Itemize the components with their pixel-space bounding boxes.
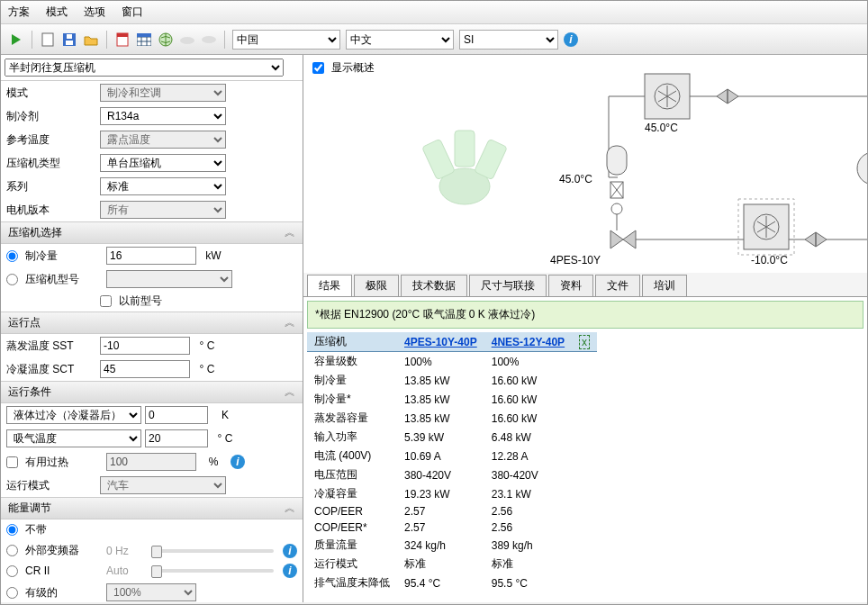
left-panel: 半封闭往复压缩机 模式制冷和空调 制冷剂R134a 参考温度露点温度 压缩机类型… xyxy=(1,55,303,602)
sct-label: 冷凝温度 SCT xyxy=(6,362,96,377)
subcool-input[interactable] xyxy=(145,406,208,424)
useful-input xyxy=(106,453,196,471)
diag-model: 4PES-10Y xyxy=(550,254,601,266)
pdf-icon[interactable] xyxy=(114,32,131,48)
svg-marker-0 xyxy=(12,34,21,45)
tab-limits[interactable]: 极限 xyxy=(354,275,399,296)
pre-temp: 45.0°C xyxy=(559,173,592,185)
step-radio[interactable] xyxy=(6,587,18,599)
menu-window[interactable]: 窗口 xyxy=(122,5,143,20)
sgt-input[interactable] xyxy=(145,429,208,447)
tab-results[interactable]: 结果 xyxy=(307,275,352,296)
cap-label: 制冷量 xyxy=(25,248,103,264)
subcool-unit: K xyxy=(212,409,239,421)
cell: 10.69 A xyxy=(397,447,484,465)
cell: 5.39 kW xyxy=(397,428,484,447)
model-radio[interactable] xyxy=(6,274,18,285)
mode-select[interactable]: 制冷和空调 xyxy=(100,84,226,102)
runmode-select[interactable]: 汽车 xyxy=(100,476,226,494)
svg-rect-18 xyxy=(475,139,508,180)
lang-select[interactable]: 中文 xyxy=(346,30,454,50)
row-label: 电压范围 xyxy=(307,465,397,484)
row-label: COP/EER xyxy=(307,503,397,519)
cell: 95.5 °C xyxy=(484,573,572,592)
cond-temp: 45.0°C xyxy=(645,122,678,134)
result-tabs: 结果 极限 技术数据 尺寸与联接 资料 文件 培训 xyxy=(303,273,867,297)
step-select[interactable]: 100% xyxy=(106,583,196,601)
link-model2[interactable]: 4NES-12Y-40P xyxy=(492,336,565,348)
info-icon[interactable]: i xyxy=(231,455,245,469)
subcool-select[interactable]: 液体过冷（冷凝器后） xyxy=(6,406,141,424)
units-select[interactable]: SI xyxy=(459,30,558,50)
ext-radio[interactable] xyxy=(6,545,18,556)
cap-input[interactable] xyxy=(106,247,196,265)
ext-slider[interactable] xyxy=(151,549,274,553)
country-select[interactable]: 中国 xyxy=(232,30,340,50)
motor-select[interactable]: 所有 xyxy=(100,201,226,219)
sst-label: 蒸发温度 SST xyxy=(6,339,96,354)
tab-tech[interactable]: 技术数据 xyxy=(401,275,467,296)
model-label: 压缩机型号 xyxy=(25,272,103,287)
runmode-label: 运行模式 xyxy=(6,478,96,493)
model-select[interactable] xyxy=(106,270,232,288)
refr-select[interactable]: R134a xyxy=(100,107,226,125)
sec-oper-cond[interactable]: 运行条件︽ xyxy=(1,381,303,403)
tab-train[interactable]: 培训 xyxy=(642,275,687,296)
tab-dims[interactable]: 尺寸与联接 xyxy=(469,275,547,296)
useful-check[interactable] xyxy=(6,456,18,468)
sgt-select[interactable]: 吸气温度 xyxy=(6,429,141,447)
cyl-icon xyxy=(201,32,217,48)
cell: 16.60 kW xyxy=(484,409,572,428)
svg-rect-6 xyxy=(117,33,128,37)
col-compressor: 压缩机 xyxy=(307,332,397,352)
row-label: 冷凝容量 xyxy=(307,484,397,503)
new-icon[interactable] xyxy=(40,32,56,48)
sec-comp-sel[interactable]: 压缩机选择︽ xyxy=(1,221,303,244)
svg-rect-12 xyxy=(137,33,151,37)
cell: 19.23 kW xyxy=(397,484,484,503)
none-radio[interactable] xyxy=(6,524,18,536)
row-label: 容量级数 xyxy=(307,352,397,372)
reftemp-select[interactable]: 露点温度 xyxy=(100,131,226,149)
cycle-diagram: 45.0°C 45.0°C -10.0°C 95.4°C 20.0°C 20.0… xyxy=(375,60,858,267)
row-label: 制冷量* xyxy=(307,390,397,409)
sec-oper-pt[interactable]: 运行点︽ xyxy=(1,312,303,334)
svg-point-30 xyxy=(857,152,868,185)
cell: 389 kg/h xyxy=(484,536,572,555)
cell: 100% xyxy=(484,352,572,372)
cell: 13.85 kW xyxy=(397,409,484,428)
old-label: 以前型号 xyxy=(119,293,162,309)
ext-label: 外部变频器 xyxy=(25,543,103,558)
cell: 12.28 A xyxy=(484,447,572,465)
cr-slider[interactable] xyxy=(151,569,274,573)
excel-icon[interactable]: x xyxy=(579,335,590,349)
cell: 13.85 kW xyxy=(397,390,484,409)
info-icon[interactable]: i xyxy=(564,32,578,47)
sst-input[interactable] xyxy=(100,337,190,355)
chevron-up-icon: ︽ xyxy=(285,384,295,400)
chevron-up-icon: ︽ xyxy=(285,501,295,516)
save-icon[interactable] xyxy=(61,32,77,48)
tab-files[interactable]: 文件 xyxy=(595,275,640,296)
menu-mode[interactable]: 模式 xyxy=(46,5,68,20)
globe-icon[interactable] xyxy=(158,32,174,48)
row-label: 质量流量 xyxy=(307,536,397,555)
run-icon[interactable] xyxy=(8,32,24,48)
cr-radio[interactable] xyxy=(6,565,18,577)
sec-energy[interactable]: 能量调节︽ xyxy=(1,497,303,519)
old-check[interactable] xyxy=(100,295,112,307)
cap-radio[interactable] xyxy=(6,250,18,262)
menu-scheme[interactable]: 方案 xyxy=(8,5,30,20)
info-icon[interactable]: i xyxy=(283,544,297,558)
ctype-select[interactable]: 单台压缩机 xyxy=(100,154,226,172)
tab-docs[interactable]: 资料 xyxy=(548,275,593,296)
table-icon[interactable] xyxy=(136,32,152,48)
link-model1[interactable]: 4PES-10Y-40P xyxy=(404,336,477,348)
overview-check[interactable] xyxy=(312,62,324,74)
info-icon[interactable]: i xyxy=(283,564,297,578)
product-select[interactable]: 半封闭往复压缩机 xyxy=(5,59,284,77)
series-select[interactable]: 标准 xyxy=(100,177,226,195)
open-icon[interactable] xyxy=(83,32,99,48)
sct-input[interactable] xyxy=(100,360,190,378)
menu-options[interactable]: 选项 xyxy=(84,5,105,20)
